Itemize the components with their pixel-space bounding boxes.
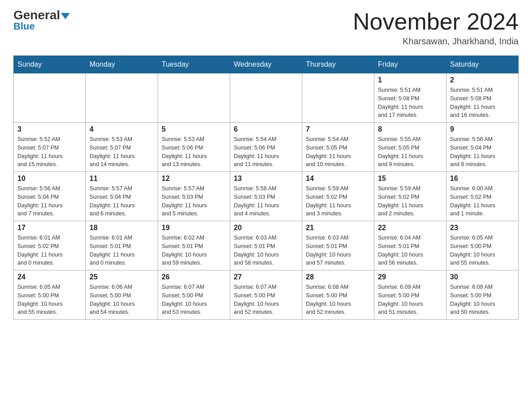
day-info: Sunrise: 5:57 AM Sunset: 5:04 PM Dayligh… bbox=[90, 184, 154, 218]
table-row: 13Sunrise: 5:58 AM Sunset: 5:03 PM Dayli… bbox=[230, 172, 302, 221]
day-number: 13 bbox=[234, 175, 298, 183]
table-row: 18Sunrise: 6:01 AM Sunset: 5:01 PM Dayli… bbox=[86, 221, 158, 270]
day-number: 24 bbox=[17, 273, 82, 281]
table-row: 20Sunrise: 6:03 AM Sunset: 5:01 PM Dayli… bbox=[230, 221, 302, 270]
day-info: Sunrise: 6:03 AM Sunset: 5:01 PM Dayligh… bbox=[306, 234, 370, 267]
table-row: 5Sunrise: 5:53 AM Sunset: 5:06 PM Daylig… bbox=[158, 123, 230, 172]
day-number: 27 bbox=[234, 273, 298, 281]
table-row: 8Sunrise: 5:55 AM Sunset: 5:05 PM Daylig… bbox=[374, 123, 446, 172]
table-row: 15Sunrise: 5:59 AM Sunset: 5:02 PM Dayli… bbox=[374, 172, 446, 221]
header-wednesday: Wednesday bbox=[230, 56, 302, 73]
day-number: 5 bbox=[162, 125, 226, 133]
day-info: Sunrise: 5:59 AM Sunset: 5:02 PM Dayligh… bbox=[306, 184, 370, 218]
header-saturday: Saturday bbox=[446, 56, 519, 73]
day-info: Sunrise: 6:01 AM Sunset: 5:01 PM Dayligh… bbox=[90, 234, 154, 267]
month-title: November 2024 bbox=[353, 9, 519, 34]
calendar-week-row: 24Sunrise: 6:05 AM Sunset: 5:00 PM Dayli… bbox=[14, 270, 519, 320]
table-row: 9Sunrise: 5:56 AM Sunset: 5:04 PM Daylig… bbox=[446, 123, 519, 172]
day-number: 9 bbox=[450, 125, 515, 133]
day-number: 25 bbox=[90, 273, 154, 281]
calendar-week-row: 10Sunrise: 5:56 AM Sunset: 5:04 PM Dayli… bbox=[14, 172, 519, 221]
day-info: Sunrise: 6:09 AM Sunset: 5:00 PM Dayligh… bbox=[378, 283, 442, 317]
table-row: 10Sunrise: 5:56 AM Sunset: 5:04 PM Dayli… bbox=[14, 172, 86, 221]
day-info: Sunrise: 5:59 AM Sunset: 5:02 PM Dayligh… bbox=[378, 184, 442, 218]
table-row: 1Sunrise: 5:51 AM Sunset: 5:08 PM Daylig… bbox=[374, 73, 446, 123]
day-info: Sunrise: 6:04 AM Sunset: 5:01 PM Dayligh… bbox=[378, 234, 442, 267]
day-info: Sunrise: 6:01 AM Sunset: 5:02 PM Dayligh… bbox=[17, 234, 82, 267]
day-number: 18 bbox=[90, 224, 154, 232]
day-info: Sunrise: 5:58 AM Sunset: 5:03 PM Dayligh… bbox=[234, 184, 298, 218]
day-number: 29 bbox=[378, 273, 442, 281]
table-row: 24Sunrise: 6:05 AM Sunset: 5:00 PM Dayli… bbox=[14, 270, 86, 320]
day-info: Sunrise: 5:56 AM Sunset: 5:04 PM Dayligh… bbox=[17, 184, 82, 218]
table-row: 7Sunrise: 5:54 AM Sunset: 5:05 PM Daylig… bbox=[302, 123, 374, 172]
day-number: 15 bbox=[378, 175, 442, 183]
day-number: 22 bbox=[378, 224, 442, 232]
day-number: 21 bbox=[306, 224, 370, 232]
day-info: Sunrise: 5:51 AM Sunset: 5:08 PM Dayligh… bbox=[378, 86, 442, 120]
day-info: Sunrise: 5:54 AM Sunset: 5:06 PM Dayligh… bbox=[234, 135, 298, 169]
day-number: 6 bbox=[234, 125, 298, 133]
day-number: 2 bbox=[450, 76, 515, 84]
table-row: 14Sunrise: 5:59 AM Sunset: 5:02 PM Dayli… bbox=[302, 172, 374, 221]
table-row: 30Sunrise: 6:09 AM Sunset: 5:00 PM Dayli… bbox=[446, 270, 519, 320]
day-info: Sunrise: 5:53 AM Sunset: 5:06 PM Dayligh… bbox=[162, 135, 226, 169]
day-number: 10 bbox=[17, 175, 82, 183]
table-row: 17Sunrise: 6:01 AM Sunset: 5:02 PM Dayli… bbox=[14, 221, 86, 270]
title-area: November 2024 Kharsawan, Jharkhand, Indi… bbox=[353, 9, 519, 47]
table-row: 4Sunrise: 5:53 AM Sunset: 5:07 PM Daylig… bbox=[86, 123, 158, 172]
table-row: 12Sunrise: 5:57 AM Sunset: 5:03 PM Dayli… bbox=[158, 172, 230, 221]
day-number: 17 bbox=[17, 224, 82, 232]
day-info: Sunrise: 5:54 AM Sunset: 5:05 PM Dayligh… bbox=[306, 135, 370, 169]
table-row: 21Sunrise: 6:03 AM Sunset: 5:01 PM Dayli… bbox=[302, 221, 374, 270]
day-number: 16 bbox=[450, 175, 515, 183]
location-text: Kharsawan, Jharkhand, India bbox=[353, 36, 519, 47]
day-number: 12 bbox=[162, 175, 226, 183]
day-info: Sunrise: 5:56 AM Sunset: 5:04 PM Dayligh… bbox=[450, 135, 515, 169]
day-number: 20 bbox=[234, 224, 298, 232]
table-row bbox=[86, 73, 158, 123]
day-info: Sunrise: 6:03 AM Sunset: 5:01 PM Dayligh… bbox=[234, 234, 298, 267]
day-number: 30 bbox=[450, 273, 515, 281]
calendar-week-row: 17Sunrise: 6:01 AM Sunset: 5:02 PM Dayli… bbox=[14, 221, 519, 270]
header-friday: Friday bbox=[374, 56, 446, 73]
header-sunday: Sunday bbox=[14, 56, 86, 73]
page-header: General Blue November 2024 Kharsawan, Jh… bbox=[13, 9, 519, 47]
day-info: Sunrise: 6:06 AM Sunset: 5:00 PM Dayligh… bbox=[90, 283, 154, 317]
day-info: Sunrise: 5:57 AM Sunset: 5:03 PM Dayligh… bbox=[162, 184, 226, 218]
day-info: Sunrise: 5:51 AM Sunset: 5:08 PM Dayligh… bbox=[450, 86, 515, 120]
day-info: Sunrise: 6:07 AM Sunset: 5:00 PM Dayligh… bbox=[234, 283, 298, 317]
day-number: 28 bbox=[306, 273, 370, 281]
day-info: Sunrise: 5:53 AM Sunset: 5:07 PM Dayligh… bbox=[90, 135, 154, 169]
day-info: Sunrise: 6:05 AM Sunset: 5:00 PM Dayligh… bbox=[450, 234, 515, 267]
logo-general-text: General bbox=[13, 9, 70, 21]
day-number: 11 bbox=[90, 175, 154, 183]
day-info: Sunrise: 6:07 AM Sunset: 5:00 PM Dayligh… bbox=[162, 283, 226, 317]
header-monday: Monday bbox=[86, 56, 158, 73]
table-row: 19Sunrise: 6:02 AM Sunset: 5:01 PM Dayli… bbox=[158, 221, 230, 270]
day-info: Sunrise: 5:52 AM Sunset: 5:07 PM Dayligh… bbox=[17, 135, 82, 169]
table-row: 2Sunrise: 5:51 AM Sunset: 5:08 PM Daylig… bbox=[446, 73, 519, 123]
day-info: Sunrise: 6:00 AM Sunset: 5:02 PM Dayligh… bbox=[450, 184, 515, 218]
day-info: Sunrise: 5:55 AM Sunset: 5:05 PM Dayligh… bbox=[378, 135, 442, 169]
day-number: 8 bbox=[378, 125, 442, 133]
table-row: 23Sunrise: 6:05 AM Sunset: 5:00 PM Dayli… bbox=[446, 221, 519, 270]
table-row: 27Sunrise: 6:07 AM Sunset: 5:00 PM Dayli… bbox=[230, 270, 302, 320]
day-number: 23 bbox=[450, 224, 515, 232]
day-info: Sunrise: 6:02 AM Sunset: 5:01 PM Dayligh… bbox=[162, 234, 226, 267]
day-info: Sunrise: 6:05 AM Sunset: 5:00 PM Dayligh… bbox=[17, 283, 82, 317]
table-row: 29Sunrise: 6:09 AM Sunset: 5:00 PM Dayli… bbox=[374, 270, 446, 320]
logo: General Blue bbox=[13, 9, 70, 32]
table-row bbox=[14, 73, 86, 123]
table-row: 25Sunrise: 6:06 AM Sunset: 5:00 PM Dayli… bbox=[86, 270, 158, 320]
table-row: 22Sunrise: 6:04 AM Sunset: 5:01 PM Dayli… bbox=[374, 221, 446, 270]
header-tuesday: Tuesday bbox=[158, 56, 230, 73]
day-info: Sunrise: 6:08 AM Sunset: 5:00 PM Dayligh… bbox=[306, 283, 370, 317]
table-row: 3Sunrise: 5:52 AM Sunset: 5:07 PM Daylig… bbox=[14, 123, 86, 172]
day-number: 1 bbox=[378, 76, 442, 84]
calendar-table: Sunday Monday Tuesday Wednesday Thursday… bbox=[13, 56, 519, 320]
weekday-header-row: Sunday Monday Tuesday Wednesday Thursday… bbox=[14, 56, 519, 73]
table-row: 28Sunrise: 6:08 AM Sunset: 5:00 PM Dayli… bbox=[302, 270, 374, 320]
day-number: 7 bbox=[306, 125, 370, 133]
day-number: 14 bbox=[306, 175, 370, 183]
